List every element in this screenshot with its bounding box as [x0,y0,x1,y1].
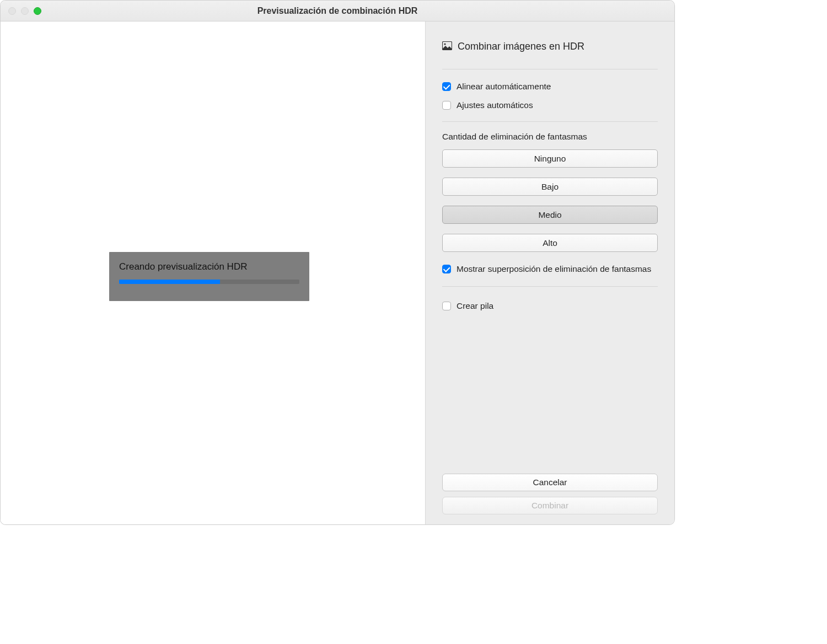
progress-overlay: Creando previsualización HDR [109,252,309,301]
deghost-label: Cantidad de eliminación de fantasmas [442,132,658,142]
deghost-section: Cantidad de eliminación de fantasmas Nin… [442,122,658,286]
progress-fill [119,280,220,284]
deghost-low-button[interactable]: Bajo [442,178,658,196]
deghost-overlay-row[interactable]: Mostrar superposición de eliminación de … [442,260,658,278]
auto-align-label: Alinear automáticamente [457,82,551,92]
create-stack-row[interactable]: Crear pila [442,297,658,315]
window-title: Previsualización de combinación HDR [1,6,674,16]
traffic-lights [8,7,41,15]
settings-sidebar: Combinar imágenes en HDR Alinear automát… [425,22,674,524]
auto-adjust-label: Ajustes automáticos [457,100,533,110]
minimize-window-button[interactable] [21,7,29,15]
auto-align-row[interactable]: Alinear automáticamente [442,77,658,96]
create-stack-label: Crear pila [457,301,493,311]
auto-align-checkbox[interactable] [442,82,451,91]
deghost-overlay-checkbox[interactable] [442,265,451,273]
merge-button: Combinar [442,497,658,514]
deghost-overlay-label: Mostrar superposición de eliminación de … [457,264,651,274]
cancel-button[interactable]: Cancelar [442,474,658,491]
hdr-merge-window: Previsualización de combinación HDR Crea… [0,0,675,525]
footer-buttons: Cancelar Combinar [426,467,674,524]
image-icon [442,41,452,52]
section-title: Combinar imágenes en HDR [458,41,584,52]
titlebar: Previsualización de combinación HDR [1,1,674,22]
auto-adjust-row[interactable]: Ajustes automáticos [442,96,658,115]
content-area: Creando previsualización HDR Comb [1,22,674,524]
deghost-medium-button[interactable]: Medio [442,206,658,224]
deghost-none-button[interactable]: Ninguno [442,149,658,168]
progress-bar [119,280,299,284]
svg-point-1 [444,43,445,45]
auto-adjust-checkbox[interactable] [442,101,451,110]
maximize-window-button[interactable] [34,7,41,15]
close-window-button[interactable] [8,7,16,15]
create-stack-checkbox[interactable] [442,302,451,310]
progress-label: Creando previsualización HDR [119,261,299,272]
preview-area: Creando previsualización HDR [1,22,425,524]
section-header: Combinar imágenes en HDR [442,22,658,69]
deghost-high-button[interactable]: Alto [442,234,658,252]
